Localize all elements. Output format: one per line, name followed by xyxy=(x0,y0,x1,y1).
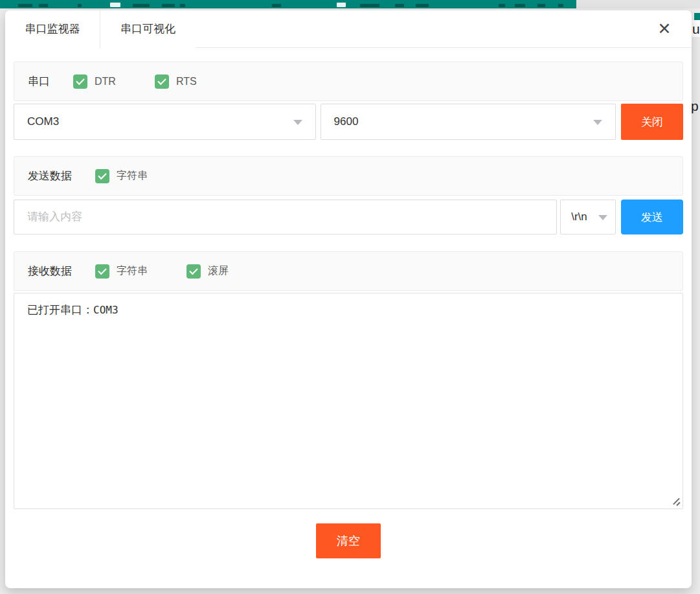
background-partial-text: u xyxy=(692,22,700,36)
dtr-label: DTR xyxy=(95,76,116,87)
toolbar-fragment xyxy=(162,4,175,7)
dtr-checkbox[interactable] xyxy=(73,74,87,89)
chevron-down-icon xyxy=(593,120,602,125)
tab-serial-visualization[interactable]: 串口可视化 xyxy=(100,10,196,48)
baud-select-value: 9600 xyxy=(334,115,359,128)
receive-string-checkbox-group: 字符串 xyxy=(95,264,148,279)
send-string-checkbox[interactable] xyxy=(95,169,109,183)
app-toolbar-end xyxy=(576,0,700,8)
toolbar-fragment xyxy=(78,4,82,7)
serial-port-title: 串口 xyxy=(28,74,50,89)
line-ending-select[interactable]: \r\n xyxy=(560,200,616,234)
port-select[interactable]: COM3 xyxy=(14,104,316,140)
serial-port-controls-row: COM3 9600 关闭 xyxy=(14,104,683,140)
rts-label: RTS xyxy=(176,76,197,87)
toolbar-fragment xyxy=(337,3,346,7)
toolbar-fragment xyxy=(18,4,32,7)
receive-output-value: COM3 xyxy=(93,304,119,316)
toolbar-fragment xyxy=(272,4,281,7)
rts-checkbox-group: RTS xyxy=(155,74,197,89)
send-controls-row: \r\n 发送 xyxy=(14,200,683,234)
toolbar-fragment xyxy=(537,4,545,7)
receive-section-title: 接收数据 xyxy=(28,264,72,279)
clear-button[interactable]: 清空 xyxy=(316,523,381,558)
scroll-label: 滚屏 xyxy=(208,264,229,278)
close-port-button[interactable]: 关闭 xyxy=(621,104,683,140)
line-ending-value: \r\n xyxy=(571,211,587,223)
send-string-checkbox-group: 字符串 xyxy=(95,169,148,183)
send-string-label: 字符串 xyxy=(117,169,148,183)
tab-serial-monitor[interactable]: 串口监视器 xyxy=(5,10,100,49)
toolbar-fragment xyxy=(110,3,120,7)
toolbar-fragment xyxy=(395,4,404,7)
clear-button-wrap: 清空 xyxy=(14,523,683,558)
receive-output-area[interactable]: 已打开串口：COM3 xyxy=(14,293,683,509)
toolbar-fragment xyxy=(558,4,563,7)
send-button[interactable]: 发送 xyxy=(621,200,683,234)
serial-monitor-dialog: 串口监视器 串口可视化 ✕ 串口 DTR RTS COM3 960 xyxy=(5,10,692,588)
receive-output-prefix: 已打开串口： xyxy=(27,304,93,316)
receive-string-label: 字符串 xyxy=(117,264,148,278)
baud-select[interactable]: 9600 xyxy=(321,104,616,140)
dialog-content: 串口 DTR RTS COM3 9600 关闭 发送数据 xyxy=(5,48,692,558)
background-header-edge xyxy=(694,13,700,20)
background-partial-text: p xyxy=(691,99,699,113)
serial-port-section-header: 串口 DTR RTS xyxy=(14,62,683,101)
toolbar-fragment xyxy=(416,4,429,7)
toolbar-fragment xyxy=(39,4,48,7)
rts-checkbox[interactable] xyxy=(155,74,169,89)
resize-handle-icon[interactable] xyxy=(670,496,680,506)
app-toolbar-clipped xyxy=(0,0,576,8)
scroll-checkbox[interactable] xyxy=(186,264,201,279)
tab-label: 串口可视化 xyxy=(120,23,175,35)
toolbar-fragment xyxy=(360,4,379,7)
receive-section-header: 接收数据 字符串 滚屏 xyxy=(14,251,683,291)
toolbar-fragment xyxy=(180,4,185,7)
dialog-tabbar: 串口监视器 串口可视化 ✕ xyxy=(5,10,692,48)
tab-label: 串口监视器 xyxy=(25,23,80,35)
scroll-checkbox-group: 滚屏 xyxy=(186,264,229,279)
toolbar-fragment xyxy=(499,4,505,7)
send-section-title: 发送数据 xyxy=(28,168,72,183)
chevron-down-icon xyxy=(598,215,607,220)
toolbar-fragment xyxy=(133,4,150,7)
receive-string-checkbox[interactable] xyxy=(95,264,109,279)
dtr-checkbox-group: DTR xyxy=(73,74,116,89)
toolbar-fragment xyxy=(515,4,525,7)
chevron-down-icon xyxy=(293,120,302,125)
close-icon[interactable]: ✕ xyxy=(653,17,676,40)
port-select-value: COM3 xyxy=(27,115,59,128)
send-section-header: 发送数据 字符串 xyxy=(14,156,683,196)
send-input[interactable] xyxy=(14,200,557,234)
